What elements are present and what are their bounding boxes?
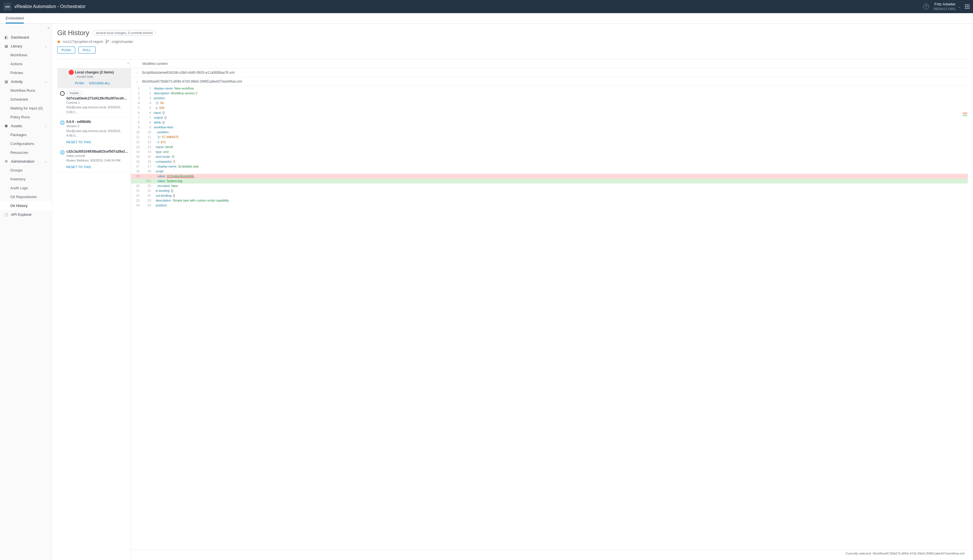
chevron-down-icon: ⌄ [45,80,47,83]
diff-line: 2222 out-binding: {} [131,193,968,198]
nav-waiting[interactable]: Waiting for Input (0) [0,104,52,113]
commit-item[interactable]: c32c3a305104936ba923cef507a28e23897fd… I… [57,147,131,172]
diff-line: 1313 name: item0 [131,145,968,150]
sidebar: « ◧Dashboard ▦Library⌄ Workflows Actions… [0,24,52,560]
nav-git-repos[interactable]: Git Repositories [0,192,52,201]
status-pill: several local changes, 0 commits behind [93,30,155,36]
nav-dashboard[interactable]: ◧Dashboard [0,33,52,42]
nav-actions[interactable]: Actions [0,60,52,68]
nav-activity[interactable]: ▦Activity⌄ [0,77,52,86]
diff-pane: Modified content › ScriptModule/ee6342b8… [131,60,968,557]
commit-item[interactable]: 0.0.0 - ed98b8b Version 2 fritz@coke.sqa… [57,117,131,147]
nav-configurations[interactable]: Configurations [0,139,52,148]
reset-link[interactable]: RESET TO THIS [66,165,91,169]
commit-push-link[interactable]: PUSH [75,82,84,85]
reset-link[interactable]: RESET TO THIS [66,140,91,144]
diff-line: 19+ value: System.log [131,179,968,183]
user-menu[interactable]: Fritz Arbeiter DEFAULT-ORG ⌄ [933,2,960,11]
collapse-sidebar-icon[interactable]: « [47,26,50,30]
file-row-collapsed[interactable]: › ScriptModule/ee6342b8-c0b0-4d45-9933-e… [131,68,968,77]
nav-api-explorer[interactable]: ▢API Explorer [0,210,52,219]
branch-pill: master [66,91,82,95]
nav-groups[interactable]: Groups [0,166,52,175]
diff-line: 1010 - position: [131,130,968,135]
chevron-down-icon: ⌄ [135,80,140,83]
diff-line: 77output: {} [131,115,968,120]
page-title: Git History [57,29,89,37]
nav-library[interactable]: ▦Library⌄ [0,42,52,51]
diff-line: 1717 - display-name: Scriptable task [131,164,968,169]
api-icon: ▢ [5,212,8,217]
diff-line: 1212 x: 971 [131,140,968,145]
commit-dot-icon [60,120,65,125]
svg-point-2 [108,40,109,41]
commit-item[interactable]: master 0d7e1a63edc271d4128cf0a387ecd4808… [57,88,131,118]
nav-workflow-runs[interactable]: Workflow Runs [0,86,52,95]
chevron-down-icon: ⌄ [958,5,960,8]
push-button[interactable]: PUSH [57,47,75,53]
apps-icon[interactable] [965,4,970,9]
repo-icon: ◆ [57,39,60,44]
nav-scheduled[interactable]: Scheduled [0,95,52,104]
diff-line: 33position: [131,96,968,101]
nav-audit-logs[interactable]: Audit Logs [0,183,52,192]
chevron-right-icon: › [135,71,140,74]
user-name: Fritz Arbeiter [933,2,956,7]
admin-icon: ⚙ [5,159,8,163]
diff-line: 55 x: 100 [131,105,968,110]
commit-dot-icon [60,150,65,155]
svg-point-1 [106,42,107,43]
minimap[interactable] [960,86,968,123]
diff-line: 1111 'y': 57.3984375 [131,135,968,140]
chevron-down-icon: ⌄ [45,160,47,163]
diff-line: 2020 encoded: false [131,183,968,188]
diff-line: 99workflow-item: [131,125,968,130]
diff-header: Modified content [131,60,968,68]
diff-body[interactable]: 11display-name: New workflow22descriptio… [131,86,968,550]
diff-line: 1818 script: [131,169,968,174]
commits-pane: « Local changes (2 items) , Invalid Date… [57,60,131,557]
logo-icon: vm [3,3,12,10]
diff-line: 22description: Workflow version 2 [131,91,968,96]
diff-line: 2424 position: [131,203,968,208]
tab-embedded[interactable]: Embedded [6,13,24,23]
nav-admin[interactable]: ⚙Administration⌄ [0,157,52,166]
nav-packages[interactable]: Packages [0,130,52,139]
app-title: vRealize Automation - Orchestrator [14,4,923,9]
chevron-down-icon: ⌄ [45,44,47,48]
tab-bar: Embedded [0,13,973,24]
diff-line: 1616 comparator: 0 [131,159,968,164]
nav-git-history[interactable]: Git History [0,201,52,210]
repo-path: ros117/prophet-of-regret [63,40,103,44]
nav-policies[interactable]: Policies [0,68,52,77]
assets-icon: ⬢ [5,124,8,128]
commit-local-changes[interactable]: Local changes (2 items) , Invalid Date P… [57,68,131,88]
nav-workflows[interactable]: Workflows [0,51,52,60]
commit-dot-icon [60,91,65,96]
diff-line: 1515 end-mode: '0' [131,154,968,159]
commit-discard-link[interactable]: DISCARD ALL [89,82,110,85]
svg-point-0 [106,40,107,41]
nav-inventory[interactable]: Inventory [0,175,52,183]
branch-name: origin/master [112,40,133,44]
activity-icon: ▦ [5,80,8,84]
diff-line: 1414 type: end [131,150,968,154]
diff-line: 2121 in-binding: {} [131,188,968,193]
branch-icon [105,40,109,43]
app-header: vm vRealize Automation - Orchestrator ? … [0,0,973,13]
collapse-commits-icon[interactable]: « [127,61,129,65]
nav-assets[interactable]: ⬢Assets⌄ [0,122,52,130]
diff-line: 19- value: VcSystemEventInfo [131,174,968,179]
file-row-expanded[interactable]: ⌄ Workflow/673b9d73-d09d-47d3-99e0-2f485… [131,77,968,86]
chevron-down-icon: ⌄ [45,124,47,128]
diff-line: 11display-name: New workflow [131,86,968,91]
local-changes-dot-icon [69,70,74,75]
nav-resources[interactable]: Resources [0,148,52,157]
library-icon: ▦ [5,44,8,48]
diff-line: 88attrib: [] [131,120,968,125]
diff-line: 2323 description: Simple task with custo… [131,198,968,203]
help-icon[interactable]: ? [923,4,929,10]
nav-policy-runs[interactable]: Policy Runs [0,113,52,122]
user-org: DEFAULT-ORG [933,7,956,11]
pull-button[interactable]: PULL [79,47,95,53]
